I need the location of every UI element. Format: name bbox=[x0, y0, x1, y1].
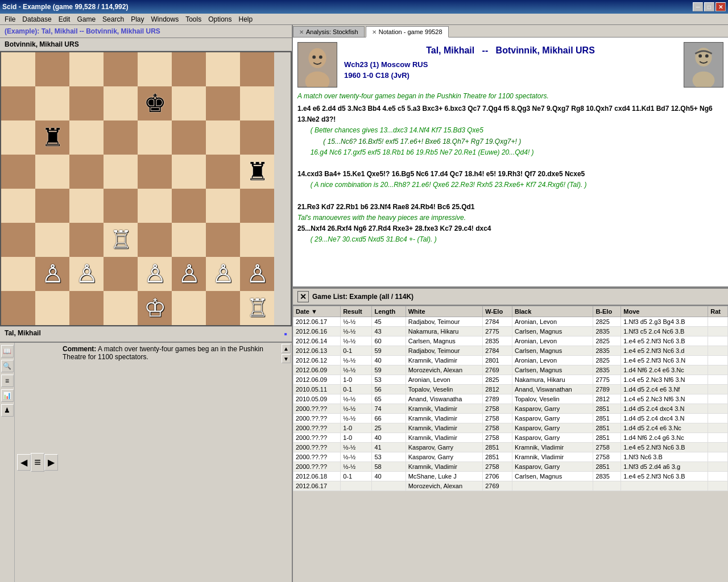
square-7-2[interactable] bbox=[69, 291, 104, 325]
table-row[interactable]: 2012.06.180-140McShane, Luke J2706Carlse… bbox=[293, 472, 728, 481]
square-2-7[interactable] bbox=[240, 120, 274, 155]
menu-edit[interactable]: Edit bbox=[55, 14, 74, 24]
list-icon-btn[interactable]: ≡ bbox=[1, 375, 14, 387]
col-header-black[interactable]: Black bbox=[512, 306, 593, 317]
square-2-0[interactable] bbox=[1, 120, 35, 155]
table-row[interactable]: 2000.??.??1-025Kramnik, Vladimir2758Kasp… bbox=[293, 423, 728, 433]
square-7-3[interactable] bbox=[104, 291, 138, 325]
square-6-3[interactable] bbox=[104, 257, 138, 291]
square-6-7[interactable]: ♙ bbox=[240, 257, 274, 291]
menu-windows[interactable]: Windows bbox=[147, 14, 182, 24]
square-0-5[interactable] bbox=[172, 52, 206, 86]
table-row[interactable]: 2012.06.14½-½60Carlsen, Magnus2835Aronia… bbox=[293, 336, 728, 346]
square-5-3[interactable]: ♖ bbox=[104, 223, 138, 257]
table-row[interactable]: 2000.??.??½-½53Kasparov, Garry2851Kramni… bbox=[293, 452, 728, 462]
square-0-1[interactable] bbox=[35, 52, 69, 86]
square-4-4[interactable] bbox=[138, 189, 172, 223]
menu-options[interactable]: Options bbox=[205, 14, 235, 24]
square-2-2[interactable] bbox=[69, 120, 104, 155]
square-6-1[interactable]: ♙ bbox=[35, 257, 69, 291]
square-3-1[interactable] bbox=[35, 155, 69, 189]
square-4-7[interactable] bbox=[240, 189, 274, 223]
square-2-4[interactable] bbox=[138, 120, 172, 155]
game-table-container[interactable]: Date ▼ Result Length White W-Elo Black B… bbox=[293, 306, 728, 582]
square-6-0[interactable] bbox=[1, 257, 35, 291]
close-button[interactable]: ✕ bbox=[715, 2, 726, 11]
menu-file[interactable]: File bbox=[1, 14, 19, 24]
menu-search[interactable]: Search bbox=[99, 14, 127, 24]
square-0-4[interactable] bbox=[138, 52, 172, 86]
square-7-0[interactable] bbox=[1, 291, 35, 325]
square-0-3[interactable] bbox=[104, 52, 138, 86]
square-4-1[interactable] bbox=[35, 189, 69, 223]
square-4-6[interactable] bbox=[206, 189, 240, 223]
scroll-down-button[interactable]: ▼ bbox=[282, 354, 291, 363]
square-1-1[interactable] bbox=[35, 86, 69, 120]
square-6-6[interactable]: ♙ bbox=[206, 257, 240, 291]
chart-icon-btn[interactable]: 📊 bbox=[1, 389, 14, 402]
menu-play[interactable]: Play bbox=[127, 14, 147, 24]
square-3-2[interactable] bbox=[69, 155, 104, 189]
table-row[interactable]: 2000.??.??½-½58Kramnik, Vladimir2758Kasp… bbox=[293, 462, 728, 472]
col-header-belo[interactable]: B-Elo bbox=[593, 306, 621, 317]
table-row[interactable]: 2012.06.16½-½43Nakamura, Hikaru2775Carls… bbox=[293, 327, 728, 336]
square-3-0[interactable] bbox=[1, 155, 35, 189]
square-4-0[interactable] bbox=[1, 189, 35, 223]
minimize-button[interactable]: ─ bbox=[693, 2, 703, 11]
table-row[interactable]: 2010.05.110-156Topalov, Veselin2812Anand… bbox=[293, 385, 728, 394]
chess-board[interactable]: ♚♜♜♖♙♙♙♙♙♙♔♖ bbox=[0, 51, 292, 326]
menu-database[interactable]: Database bbox=[19, 14, 55, 24]
nav-next-button[interactable]: ▶ bbox=[44, 454, 58, 471]
square-5-7[interactable] bbox=[240, 223, 274, 257]
tab-notation[interactable]: ✕ Notation - game 99528 bbox=[366, 26, 449, 38]
square-0-7[interactable] bbox=[240, 52, 274, 86]
nav-first-button[interactable]: ◀ bbox=[17, 454, 31, 471]
scroll-up-button[interactable]: ▲ bbox=[282, 344, 291, 353]
col-header-move[interactable]: Move bbox=[621, 306, 708, 317]
table-row[interactable]: 2000.??.??½-½66Kramnik, Vladimir2758Kasp… bbox=[293, 414, 728, 423]
square-1-2[interactable] bbox=[69, 86, 104, 120]
square-7-6[interactable] bbox=[206, 291, 240, 325]
nav-prev-button[interactable]: ≡ bbox=[31, 453, 44, 472]
table-row[interactable]: 2012.06.091-053Aronian, Levon2825Nakamur… bbox=[293, 375, 728, 385]
square-2-5[interactable] bbox=[172, 120, 206, 155]
square-5-4[interactable] bbox=[138, 223, 172, 257]
table-row[interactable]: 2000.??.??½-½41Kasparov, Garry2851Kramni… bbox=[293, 443, 728, 452]
col-header-date[interactable]: Date ▼ bbox=[293, 306, 341, 317]
square-3-7[interactable]: ♜ bbox=[240, 155, 274, 189]
square-3-3[interactable] bbox=[104, 155, 138, 189]
table-row[interactable]: 2000.??.??½-½74Kramnik, Vladimir2758Kasp… bbox=[293, 404, 728, 414]
square-7-4[interactable]: ♔ bbox=[138, 291, 172, 325]
square-7-5[interactable] bbox=[172, 291, 206, 325]
square-4-5[interactable] bbox=[172, 189, 206, 223]
square-7-1[interactable] bbox=[35, 291, 69, 325]
square-5-5[interactable] bbox=[172, 223, 206, 257]
table-row[interactable]: 2010.05.09½-½65Anand, Viswanatha2789Topa… bbox=[293, 394, 728, 404]
table-row[interactable]: 2012.06.09½-½59Morozevich, Alexan2769Car… bbox=[293, 365, 728, 375]
square-0-6[interactable] bbox=[206, 52, 240, 86]
square-1-6[interactable] bbox=[206, 86, 240, 120]
square-1-7[interactable] bbox=[240, 86, 274, 120]
square-2-3[interactable] bbox=[104, 120, 138, 155]
table-row[interactable]: 2000.??.??1-040Kramnik, Vladimir2758Kasp… bbox=[293, 433, 728, 443]
square-5-6[interactable] bbox=[206, 223, 240, 257]
table-row[interactable]: 2012.06.17Morozevich, Alexan2769 bbox=[293, 481, 728, 491]
square-2-6[interactable] bbox=[206, 120, 240, 155]
col-header-rat[interactable]: Rat bbox=[708, 306, 728, 317]
square-1-0[interactable] bbox=[1, 86, 35, 120]
square-3-5[interactable] bbox=[172, 155, 206, 189]
menu-help[interactable]: Help bbox=[235, 14, 257, 24]
col-header-result[interactable]: Result bbox=[341, 306, 372, 317]
col-header-length[interactable]: Length bbox=[372, 306, 406, 317]
magnify-icon-btn[interactable]: 🔍 bbox=[1, 360, 14, 372]
menu-tools[interactable]: Tools bbox=[182, 14, 205, 24]
col-header-white[interactable]: White bbox=[406, 306, 482, 317]
square-5-2[interactable] bbox=[69, 223, 104, 257]
tab-analysis[interactable]: ✕ Analysis: Stockfish bbox=[293, 26, 365, 37]
square-6-4[interactable]: ♙ bbox=[138, 257, 172, 291]
col-header-welo[interactable]: W-Elo bbox=[483, 306, 512, 317]
board-icon-btn[interactable]: ♟ bbox=[1, 404, 14, 417]
square-1-3[interactable] bbox=[104, 86, 138, 120]
square-1-4[interactable]: ♚ bbox=[138, 86, 172, 120]
square-3-6[interactable] bbox=[206, 155, 240, 189]
